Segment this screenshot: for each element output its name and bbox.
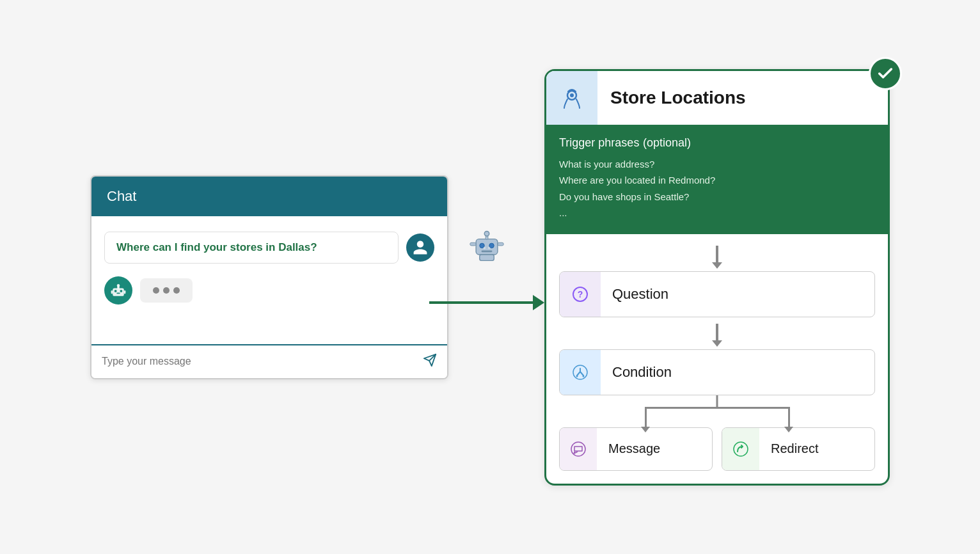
user-message-row: Where can I find your stores in Dallas? bbox=[104, 232, 434, 264]
check-badge bbox=[869, 57, 902, 90]
svg-rect-1 bbox=[115, 290, 117, 292]
flow-arrow bbox=[429, 290, 544, 315]
svg-point-15 bbox=[484, 231, 489, 236]
message-node-icon bbox=[569, 440, 587, 458]
trigger-heading-text: Trigger phrases bbox=[559, 136, 639, 149]
svg-rect-7 bbox=[124, 290, 126, 294]
trigger-phrases-list: What is your address? Where are you loca… bbox=[559, 156, 875, 221]
svg-rect-18 bbox=[480, 255, 494, 260]
svg-rect-0 bbox=[113, 288, 124, 296]
chat-header: Chat bbox=[91, 177, 447, 216]
trigger-heading: Trigger phrases (optional) bbox=[559, 135, 875, 150]
svg-rect-10 bbox=[476, 239, 498, 255]
topic-title: Store Locations bbox=[597, 75, 888, 121]
svg-point-19 bbox=[483, 247, 486, 249]
bot-icon bbox=[109, 281, 127, 299]
arrow-line bbox=[429, 301, 533, 304]
redirect-node: Redirect bbox=[722, 427, 875, 471]
svg-rect-17 bbox=[498, 242, 503, 246]
trigger-optional-text: (optional) bbox=[643, 136, 691, 149]
question-node: ? Question bbox=[559, 271, 875, 317]
trigger-phrase-1: What is your address? bbox=[559, 156, 875, 173]
bot-avatar bbox=[104, 276, 132, 305]
flow-nodes: ? Question bbox=[546, 234, 888, 484]
location-icon bbox=[559, 85, 585, 111]
main-container: Chat Where can I find your stores in Dal… bbox=[0, 0, 980, 554]
redirect-label: Redirect bbox=[759, 441, 830, 456]
condition-node-icon bbox=[571, 363, 589, 381]
robot-svg bbox=[468, 226, 506, 264]
robot-icon bbox=[468, 226, 506, 269]
trigger-phrase-more: ... bbox=[559, 205, 875, 221]
typing-indicator bbox=[140, 278, 193, 303]
chat-input[interactable] bbox=[102, 356, 416, 367]
svg-text:?: ? bbox=[578, 289, 583, 299]
typing-dot-3 bbox=[173, 287, 180, 294]
svg-point-20 bbox=[488, 247, 491, 249]
redirect-icon-area bbox=[722, 427, 759, 471]
branch-down-left bbox=[645, 407, 647, 427]
redirect-node-icon bbox=[732, 440, 750, 458]
svg-point-22 bbox=[570, 93, 574, 97]
question-label: Question bbox=[601, 286, 680, 303]
chat-body: Where can I find your stores in Dallas? bbox=[91, 216, 447, 344]
svg-point-5 bbox=[117, 283, 120, 286]
message-icon-area bbox=[560, 427, 597, 471]
bot-response-row bbox=[104, 276, 434, 305]
svg-point-29 bbox=[571, 442, 585, 456]
topic-header: Store Locations bbox=[546, 71, 888, 125]
topic-icon-area bbox=[546, 71, 597, 125]
condition-label: Condition bbox=[601, 364, 683, 381]
svg-point-30 bbox=[734, 442, 748, 456]
checkmark-icon bbox=[876, 65, 894, 83]
branch-area bbox=[559, 395, 875, 427]
user-message-bubble: Where can I find your stores in Dallas? bbox=[104, 232, 399, 264]
condition-node: Condition bbox=[559, 349, 875, 395]
svg-rect-6 bbox=[111, 290, 113, 294]
trigger-phrase-2: Where are you located in Redmond? bbox=[559, 172, 875, 189]
arrow-to-condition bbox=[716, 324, 718, 342]
trigger-phrase-3: Do you have shops in Seattle? bbox=[559, 189, 875, 205]
svg-rect-2 bbox=[120, 290, 123, 292]
svg-rect-13 bbox=[482, 250, 493, 252]
message-label: Message bbox=[597, 441, 672, 456]
arrow-to-question bbox=[716, 246, 718, 264]
typing-dot-2 bbox=[163, 287, 170, 294]
send-icon[interactable] bbox=[423, 353, 437, 370]
svg-rect-3 bbox=[116, 292, 120, 294]
branch-down-right bbox=[788, 407, 790, 427]
flow-panel: Store Locations Trigger phrases (optiona… bbox=[544, 69, 890, 486]
chat-input-row bbox=[91, 344, 447, 378]
condition-icon-area bbox=[560, 349, 601, 395]
trigger-section: Trigger phrases (optional) What is your … bbox=[546, 125, 888, 234]
svg-point-27 bbox=[576, 375, 578, 377]
question-node-icon: ? bbox=[571, 285, 589, 303]
chat-panel: Chat Where can I find your stores in Dal… bbox=[90, 175, 448, 379]
arrow-area bbox=[429, 239, 544, 315]
message-node: Message bbox=[559, 427, 713, 471]
question-icon-area: ? bbox=[560, 271, 601, 317]
typing-dot-1 bbox=[153, 287, 159, 294]
branch-lines bbox=[559, 395, 875, 427]
svg-rect-16 bbox=[470, 242, 476, 246]
user-message-text: Where can I find your stores in Dallas? bbox=[116, 241, 317, 253]
arrow-head bbox=[533, 295, 544, 310]
branch-nodes: Message Redirect bbox=[559, 427, 875, 471]
svg-point-28 bbox=[583, 375, 585, 377]
chat-title: Chat bbox=[107, 188, 136, 204]
user-icon bbox=[412, 239, 429, 256]
